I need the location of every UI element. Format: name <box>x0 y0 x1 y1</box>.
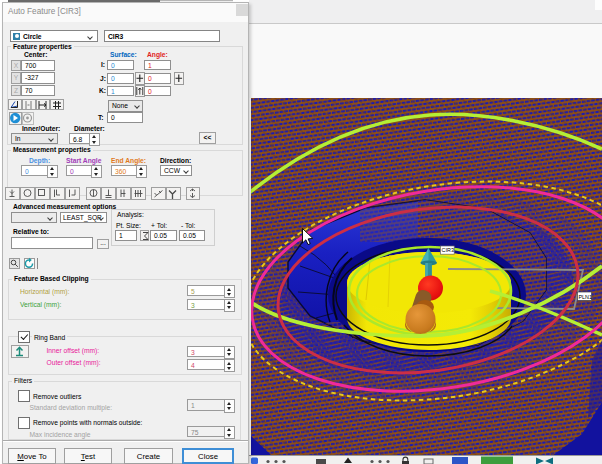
svg-text:PLN1: PLN1 <box>579 294 593 300</box>
svg-text:CIR3: CIR3 <box>442 247 454 253</box>
